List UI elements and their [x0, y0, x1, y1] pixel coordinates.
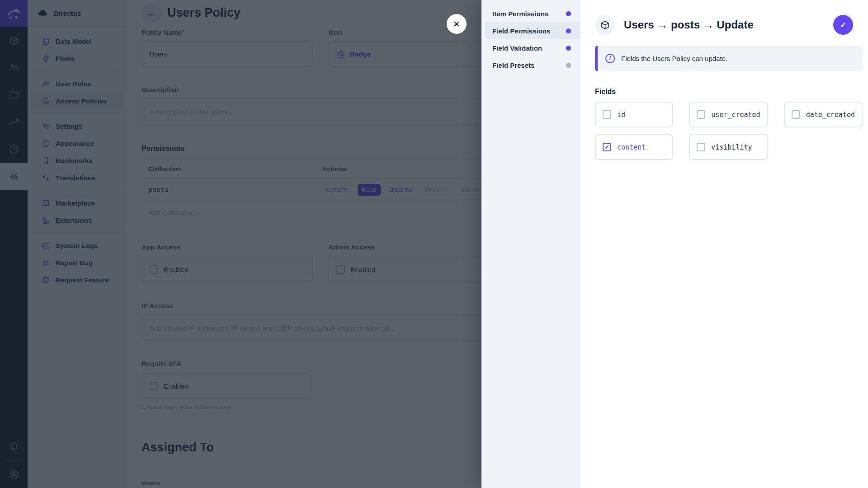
- drawer-section-nav: Item Permissions Field Permissions Field…: [481, 0, 580, 488]
- drawer-header: Users → posts → Update ✓: [595, 15, 863, 35]
- drawer-tab-field-validation[interactable]: Field Validation: [485, 39, 580, 56]
- drawer-close-button[interactable]: ✕: [447, 14, 467, 34]
- field-card-date-created[interactable]: ✓ date_created: [784, 102, 863, 127]
- fields-grid: ✓ id ✓ user_created ✓ date_created ✓ con…: [595, 102, 863, 160]
- drawer-tab-field-permissions[interactable]: Field Permissions: [485, 22, 580, 39]
- drawer-content: Users → posts → Update ✓ i Fields the Us…: [580, 0, 868, 488]
- status-dot: [566, 11, 571, 16]
- permissions-drawer: Item Permissions Field Permissions Field…: [481, 0, 868, 488]
- drawer-tab-item-permissions[interactable]: Item Permissions: [485, 5, 580, 22]
- info-icon: i: [605, 54, 615, 63]
- check-icon: ✓: [840, 20, 846, 30]
- close-icon: ✕: [453, 19, 460, 29]
- status-dot: [566, 63, 571, 68]
- collection-badge: [595, 15, 615, 35]
- fields-heading: Fields: [595, 88, 863, 96]
- drawer-title: Users → posts → Update: [624, 19, 833, 31]
- info-banner-text: Fields the Users Policy can update.: [621, 55, 727, 62]
- field-card-content[interactable]: ✓ content: [595, 134, 673, 160]
- field-checkbox[interactable]: ✓: [792, 110, 800, 119]
- field-checkbox[interactable]: ✓: [697, 110, 705, 119]
- field-checkbox[interactable]: ✓: [697, 143, 705, 151]
- info-banner: i Fields the Users Policy can update.: [595, 46, 863, 71]
- drawer-overlay-scrim[interactable]: [0, 0, 481, 488]
- field-checkbox[interactable]: ✓: [603, 143, 611, 151]
- cube-icon: [600, 20, 610, 30]
- save-button[interactable]: ✓: [833, 15, 853, 35]
- status-dot: [566, 46, 571, 51]
- field-card-visibility[interactable]: ✓ visibility: [689, 134, 768, 160]
- directus-app: Directus Data Model Flows User Roles Acc…: [0, 0, 868, 488]
- field-card-id[interactable]: ✓ id: [595, 102, 673, 127]
- drawer-tab-field-presets[interactable]: Field Presets: [485, 56, 580, 74]
- field-card-user-created[interactable]: ✓ user_created: [689, 102, 768, 127]
- field-checkbox[interactable]: ✓: [603, 110, 611, 119]
- status-dot: [566, 28, 571, 33]
